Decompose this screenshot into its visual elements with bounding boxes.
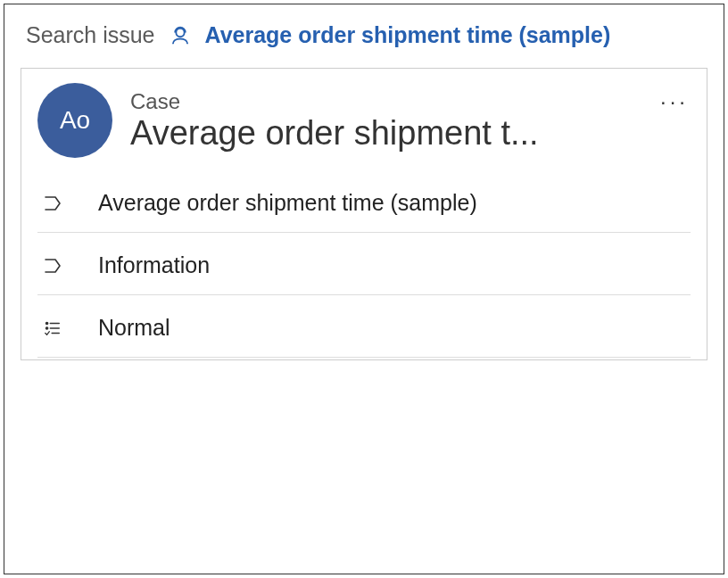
avatar: Ao xyxy=(37,83,112,158)
record-title: Average order shipment t... xyxy=(130,114,657,153)
svg-point-0 xyxy=(176,28,184,36)
breadcrumb: Search issue Average order shipment time… xyxy=(26,22,707,48)
more-actions-button[interactable]: ... xyxy=(660,85,689,110)
svg-point-3 xyxy=(46,326,47,328)
card-header: Ao Case Average order shipment t... ... xyxy=(37,83,691,158)
chevron-icon xyxy=(41,255,64,277)
chevron-icon xyxy=(41,193,64,214)
breadcrumb-current[interactable]: Average order shipment time (sample) xyxy=(205,22,611,48)
svg-point-1 xyxy=(46,322,47,324)
field-value: Normal xyxy=(98,315,170,341)
panel: Search issue Average order shipment time… xyxy=(4,4,724,574)
case-card: Ao Case Average order shipment t... ... … xyxy=(21,68,707,360)
field-value: Information xyxy=(98,252,210,278)
breadcrumb-root[interactable]: Search issue xyxy=(26,22,155,48)
user-headset-icon xyxy=(168,23,193,48)
priority-icon xyxy=(41,318,64,338)
field-subject[interactable]: Average order shipment time (sample) xyxy=(37,170,691,233)
field-value: Average order shipment time (sample) xyxy=(98,190,477,216)
card-header-text: Case Average order shipment t... xyxy=(130,89,657,153)
field-priority[interactable]: Normal xyxy=(37,295,691,358)
record-type-label: Case xyxy=(130,89,657,114)
field-form[interactable]: Information xyxy=(37,233,691,295)
